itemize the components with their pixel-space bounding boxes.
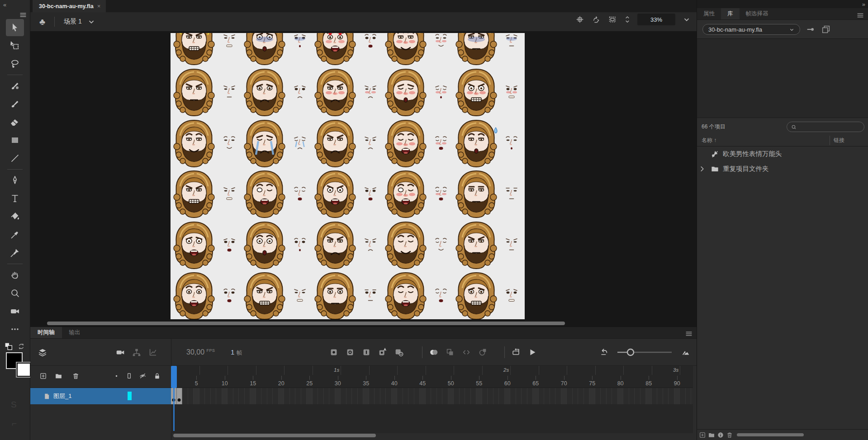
timeline-ruler[interactable]: 510152025303540455055606570758085901s2s3… <box>171 366 693 388</box>
zoom-tool[interactable] <box>6 284 24 302</box>
frame-cell[interactable] <box>426 388 432 404</box>
frame-cell[interactable] <box>205 388 211 404</box>
hand-tool[interactable] <box>6 266 24 284</box>
auto-keyframe-icon[interactable] <box>378 347 388 357</box>
tab-frame-picker[interactable]: 帧选择器 <box>740 8 775 19</box>
zoom-timeline-to-fit-icon[interactable] <box>681 347 691 357</box>
frame-cell[interactable] <box>669 388 674 404</box>
frame-cell[interactable] <box>482 388 488 404</box>
sticker-crying-stream[interactable] <box>242 118 313 169</box>
frame-cell[interactable] <box>307 388 313 404</box>
column-divider[interactable] <box>830 136 830 145</box>
column-header-name[interactable]: 名称 ↑ <box>697 137 716 144</box>
sticker-happy-open-smile[interactable] <box>171 270 242 319</box>
sticker-tired-eyebags[interactable] <box>454 33 524 66</box>
zoom-chevron-down-icon[interactable] <box>682 14 692 24</box>
frame-cell[interactable] <box>414 388 420 404</box>
frame-cell[interactable] <box>465 388 471 404</box>
create-tween-icon[interactable] <box>461 347 471 357</box>
layer-row[interactable]: 图层_1 <box>30 388 171 404</box>
edit-multiple-frames-icon[interactable] <box>445 347 455 357</box>
frame-cell[interactable] <box>346 388 352 404</box>
frame-cell[interactable] <box>493 388 499 404</box>
sticker-disgusted-long-face[interactable] <box>313 118 383 169</box>
layer-outline-color-swatch[interactable] <box>128 392 132 400</box>
rotate-view-icon[interactable] <box>591 14 601 24</box>
frame-cell[interactable] <box>211 388 217 404</box>
frame-cell[interactable] <box>352 388 358 404</box>
layer-frames-track[interactable] <box>171 388 693 404</box>
timeline-zoom-slider[interactable] <box>616 347 674 358</box>
frame-cell[interactable] <box>403 388 409 404</box>
frame-cell[interactable] <box>686 388 692 404</box>
frame-cell[interactable] <box>640 388 646 404</box>
sticker-furious-grit[interactable] <box>454 66 524 118</box>
frame-cell[interactable] <box>674 388 680 404</box>
library-search-input[interactable] <box>787 122 864 132</box>
frame-cell[interactable] <box>420 388 426 404</box>
sticker-worried-grimace[interactable] <box>454 270 524 319</box>
frame-cell[interactable] <box>358 388 364 404</box>
expand-panel-icon[interactable]: » <box>862 1 864 8</box>
frame-cell[interactable] <box>629 388 635 404</box>
frame-cell[interactable] <box>595 388 601 404</box>
frame-cell[interactable] <box>318 388 324 404</box>
pin-library-icon[interactable] <box>806 24 816 34</box>
sticker-suspicious-narrow[interactable] <box>454 219 524 270</box>
frame-cell[interactable] <box>510 388 516 404</box>
new-folder-button[interactable] <box>708 431 715 439</box>
frame-cell[interactable] <box>194 388 199 404</box>
frame-cell[interactable] <box>324 388 330 404</box>
frame-cell[interactable] <box>663 388 669 404</box>
collapse-panel-icon[interactable]: « <box>3 1 5 8</box>
sticker-heart-eyes-laugh[interactable] <box>313 33 383 66</box>
selection-tool[interactable] <box>6 19 24 36</box>
panel-menu-icon[interactable] <box>855 10 865 20</box>
insert-keyframe-icon[interactable] <box>329 347 339 357</box>
sticker-irritated-red-nose[interactable] <box>313 66 383 118</box>
frame-cell[interactable] <box>245 388 251 404</box>
frame-cell[interactable] <box>239 388 245 404</box>
frame-cell[interactable] <box>216 388 222 404</box>
frame-cell[interactable] <box>267 388 273 404</box>
toolbar-menu-icon[interactable] <box>18 10 28 20</box>
rectangle-tool[interactable] <box>6 132 24 149</box>
frame-cell[interactable] <box>256 388 262 404</box>
zoom-stepper-icon[interactable] <box>624 14 631 24</box>
item-properties-button[interactable] <box>717 431 724 439</box>
fps-value[interactable]: 30,00 FPS <box>186 348 215 356</box>
frame-cell[interactable] <box>561 388 567 404</box>
frame-cell[interactable] <box>375 388 380 404</box>
classic-brush-tool[interactable] <box>6 95 24 113</box>
frame-cell[interactable] <box>369 388 375 404</box>
insert-blank-keyframe-icon[interactable] <box>345 347 355 357</box>
frame-cell[interactable] <box>301 388 307 404</box>
frame-cell[interactable] <box>555 388 561 404</box>
folder-icon[interactable] <box>711 165 719 173</box>
frame-cell[interactable] <box>188 388 194 404</box>
graph-editor-icon[interactable] <box>148 347 158 357</box>
sticker-smug-blush[interactable] <box>383 33 454 66</box>
frame-cell[interactable] <box>392 388 398 404</box>
frame-cell[interactable] <box>228 388 233 404</box>
delete-item-button[interactable] <box>726 431 733 439</box>
asset-warp-tool[interactable] <box>6 244 24 261</box>
tab-timeline[interactable]: 时间轴 <box>30 327 62 338</box>
frame-cell[interactable] <box>335 388 341 404</box>
camera-tool[interactable] <box>6 303 24 320</box>
frame-cell[interactable] <box>476 388 482 404</box>
sticker-gloom-worried[interactable] <box>242 33 313 66</box>
center-stage-icon[interactable] <box>575 14 585 24</box>
tab-properties[interactable]: 属性 <box>697 8 721 19</box>
layer-name[interactable]: 图层_1 <box>53 392 71 400</box>
frame-cell[interactable] <box>618 388 624 404</box>
frame-cell[interactable] <box>505 388 511 404</box>
frame-cell[interactable] <box>222 388 228 404</box>
frame-cell[interactable] <box>313 388 318 404</box>
frame-cell[interactable] <box>233 388 239 404</box>
outline-column-icon[interactable] <box>125 372 133 380</box>
expand-folder-icon[interactable] <box>697 165 707 173</box>
sticker-sad-frown[interactable] <box>242 66 313 118</box>
loop-frames-icon[interactable] <box>478 347 488 357</box>
library-item-name[interactable]: 欧美男性表情万能头 <box>723 150 782 158</box>
